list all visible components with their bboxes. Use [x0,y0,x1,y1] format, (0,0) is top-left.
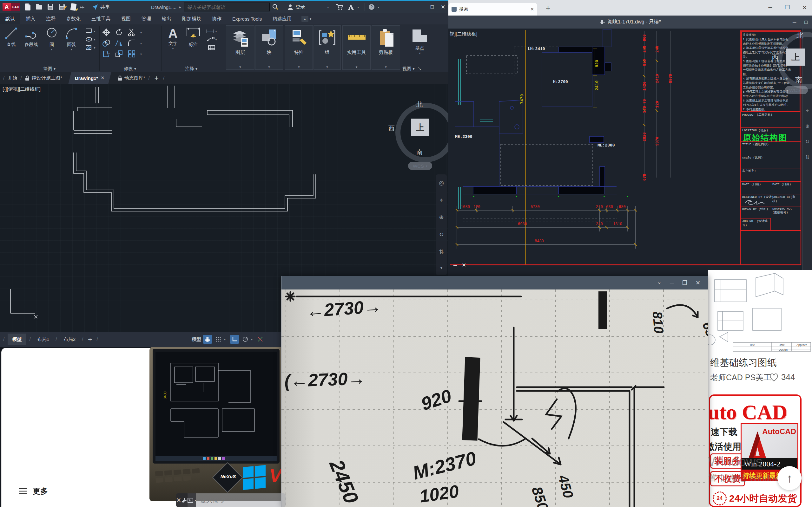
steering-icon[interactable]: ⇅ [805,154,809,160]
block-panel-button[interactable]: 块▾ [255,25,283,70]
browser-minimize-button[interactable]: ─ [768,4,772,11]
dimension-tool-button[interactable]: 标注 [184,26,202,48]
ribbon-tab[interactable]: Express Tools [227,13,267,24]
pan-icon[interactable]: ⌖ [806,108,809,114]
ribbon-tab[interactable]: 视图 [116,13,136,24]
ribbon-collapse-icon[interactable]: ▴ [301,16,308,22]
dwg-viewcube-south[interactable]: 南 [795,75,802,84]
ribbon-tab[interactable]: 管理 [136,13,156,24]
maximize-button[interactable]: □ [427,2,438,12]
cmd-close-icon[interactable]: ✕ [176,497,181,504]
viewcube[interactable]: 北 西 东 南 上 WCS▾ [395,103,446,176]
save-icon[interactable] [46,3,55,11]
group-panel-button[interactable]: 组▾ [313,25,341,70]
rotate-icon[interactable] [115,28,123,37]
stray-minimize-icon[interactable]: ─ [453,263,457,268]
viewer-restore-button[interactable]: ❐ [682,279,687,286]
ribbon-tab[interactable]: 默认 [0,13,20,24]
layout-tab-2[interactable]: 布局2 [60,334,79,345]
view-panel-label[interactable]: 视图 ▾ ↘ [402,66,444,72]
more-button[interactable]: 更多 [19,486,48,496]
fullnav-wheel-icon[interactable]: ◎ [439,179,444,186]
dwg-viewcube-west[interactable]: 西 [772,53,779,62]
orbit-icon[interactable]: ↻ [439,231,444,238]
utilities-panel-button[interactable]: 实用工具▾ [342,25,371,70]
minimize-button[interactable]: ─ [416,2,427,12]
grid-icon[interactable] [203,335,212,344]
dwg-wcs-dropdown[interactable]: WCS▾ [785,86,808,94]
close-button[interactable]: ✕ [438,2,448,12]
viewcube-top-face[interactable]: 上 [411,119,429,136]
ribbon-tab[interactable]: 精选应用 [267,13,297,24]
annot-panel-label[interactable]: 注释 ▾ [162,66,221,72]
viewer-close-button[interactable]: ✕ [696,279,700,286]
app-logo-icon[interactable]: A CAD [3,3,20,11]
dwg-minimize-button[interactable]: ─ [793,19,796,25]
help-caret-icon[interactable]: ▾ [377,5,379,9]
linear-dim-button[interactable]: ▾ [204,27,219,35]
item-title[interactable]: 维基础练习图纸 [710,356,777,370]
polyline-tool-button[interactable]: 多段线 [22,26,41,48]
search-input[interactable] [184,3,270,11]
scroll-top-button[interactable]: ↑ [777,466,802,490]
dwg-titlebar[interactable]: 湖境1-1701.dwg - 只读* ─ □ [448,15,812,29]
save-as-icon[interactable] [58,3,66,11]
dwg-viewcube-north[interactable]: 北 [797,31,803,40]
status-model-label[interactable]: 模型 [192,336,201,342]
quick-access-expand-icon[interactable]: ▸▸ [80,4,85,9]
wrench-icon[interactable] [181,497,188,504]
dwg-viewcube-top-face[interactable]: 上 [786,49,805,66]
photo-card[interactable]: 3400 NeXuS V [149,347,283,501]
stretch-icon[interactable] [102,50,110,58]
new-file-icon[interactable] [23,3,32,11]
command-input[interactable] [196,493,286,507]
polar-icon[interactable] [241,335,250,344]
login-button[interactable]: 登录 [295,4,305,10]
file-tab-locked1[interactable]: 纯设计施工图* [25,75,62,81]
ribbon-collapse-caret-icon[interactable]: ▾ [310,17,312,21]
file-tab-active[interactable]: Drawing1* ✕ [68,72,111,84]
new-drawing-tab-button[interactable]: ＋ [153,73,160,83]
viewcube-north[interactable]: 北 [416,100,423,109]
panel-expand-icon[interactable]: ↘ [417,66,422,71]
plot-icon[interactable] [69,3,78,11]
table-button[interactable] [204,44,219,52]
doc-title-arrow-icon[interactable]: ▸ [179,4,181,9]
autodesk-caret-icon[interactable]: ▾ [357,5,359,9]
leader-button[interactable]: ▾ [204,35,219,44]
ribbon-tab[interactable]: 输出 [156,13,177,24]
login-caret-icon[interactable]: ▾ [327,5,329,9]
properties-panel-button[interactable]: 特性▾ [285,25,313,70]
autodesk-icon[interactable] [347,3,355,10]
photo-viewer-titlebar[interactable]: ⌄ ─ ❐ ✕ [282,276,708,289]
wcs-dropdown[interactable]: WCS▾ [408,162,432,170]
item-author[interactable]: 老师CAD PS美工 [710,372,771,383]
hatch-tool-button[interactable]: ▾ [83,44,98,52]
file-tab-start[interactable]: 开始 [8,75,17,81]
zoom-icon[interactable]: ⊕ [439,214,444,221]
command-bar[interactable]: ✕ ▾ [176,493,286,507]
exercise-thumbnail[interactable]: Title Date Approve Design [708,270,812,352]
snap-icon[interactable] [214,335,223,344]
ribbon-tab[interactable]: 协作 [207,13,227,24]
fillet-icon[interactable] [128,39,136,47]
layers-panel-button[interactable]: 图层▾ [226,25,254,70]
share-label[interactable]: 共享 [100,4,110,10]
polar-caret-icon[interactable]: ▾ [251,338,253,341]
draw-panel-label[interactable]: 绘图 ▾ [0,66,99,72]
modify-panel-label[interactable]: 修改 ▾ [100,66,161,72]
tab-close-icon[interactable]: ✕ [101,75,105,81]
stray-close-icon[interactable]: ✕ [462,262,466,269]
ribbon-tab[interactable]: 插入 [20,13,41,24]
browser-close-button[interactable]: ✕ [803,4,807,11]
copy-icon[interactable] [102,39,110,47]
heart-icon[interactable] [769,373,779,382]
text-tool-button[interactable]: A 文字▾ [164,26,182,50]
trim-icon[interactable] [128,28,136,37]
dwg-viewcube[interactable]: 北 西 南 上 WCS▾ [771,30,812,98]
search-icon[interactable] [272,3,279,10]
ribbon-tab[interactable]: 三维工具 [86,13,116,24]
viewer-minimize-button[interactable]: ─ [670,280,674,286]
pan-icon[interactable]: ⌖ [440,197,443,204]
layout-tab-model[interactable]: 模型 [8,334,26,345]
